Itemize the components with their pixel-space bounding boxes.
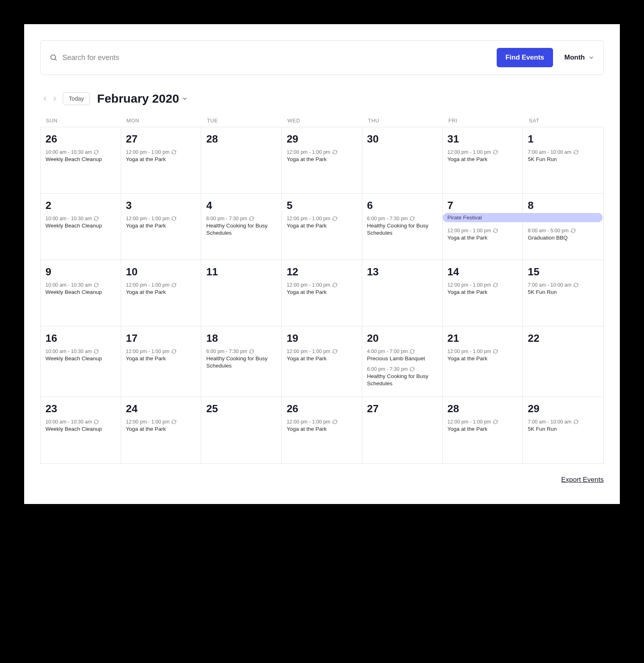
event-time: 12:00 pm - 1:00 pm <box>126 216 196 221</box>
event-title: Yoga at the Park <box>448 425 518 433</box>
day-cell[interactable]: 1012:00 pm - 1:00 pmYoga at the Park <box>121 260 202 326</box>
view-selector[interactable]: Month <box>564 54 594 62</box>
event[interactable]: 12:00 pm - 1:00 pmYoga at the Park <box>287 216 357 229</box>
recurring-icon <box>94 349 99 354</box>
chevron-left-icon <box>41 95 49 102</box>
event[interactable]: 6:00 pm - 7:30 pmHealthy Cooking for Bus… <box>206 216 277 237</box>
day-number: 30 <box>367 133 438 145</box>
event[interactable]: 12:00 pm - 1:00 pmYoga at the Park <box>287 282 357 296</box>
day-cell[interactable]: 13 <box>362 260 443 326</box>
day-cell[interactable]: 512:00 pm - 1:00 pmYoga at the Park <box>282 194 362 260</box>
day-cell[interactable]: 1712:00 pm - 1:00 pmYoga at the Park <box>121 326 202 397</box>
event-time: 10:00 am - 10:30 am <box>45 419 116 425</box>
event[interactable]: 12:00 pm - 1:00 pmYoga at the Park <box>448 228 518 242</box>
day-cell[interactable]: 2610:00 am - 10:30 amWeekly Beach Cleanu… <box>41 127 121 194</box>
event-title: Yoga at the Park <box>126 289 196 296</box>
event[interactable]: 10:00 am - 10:30 amWeekly Beach Cleanup <box>45 282 116 296</box>
today-button[interactable]: Today <box>63 92 90 105</box>
recurring-icon <box>574 283 578 287</box>
event[interactable]: 6:00 pm - 7:30 pmHealthy Cooking for Bus… <box>367 216 438 237</box>
day-cell[interactable]: 2310:00 am - 10:30 amWeekly Beach Cleanu… <box>41 397 121 463</box>
recurring-icon <box>574 419 578 424</box>
event-time: 12:00 pm - 1:00 pm <box>287 282 357 288</box>
day-cell[interactable]: 11 <box>201 260 282 326</box>
event-time: 6:00 pm - 7:30 pm <box>367 366 438 372</box>
event-time: 12:00 pm - 1:00 pm <box>126 282 196 288</box>
day-cell[interactable]: 2712:00 pm - 1:00 pmYoga at the Park <box>121 127 202 194</box>
day-header: THU <box>362 118 443 124</box>
day-cell[interactable]: 910:00 am - 10:30 amWeekly Beach Cleanup <box>41 260 121 326</box>
recurring-icon <box>574 150 578 155</box>
day-cell[interactable]: 30 <box>362 127 443 194</box>
day-cell[interactable]: 7Pirate Festival12:00 pm - 1:00 pmYoga a… <box>443 194 523 260</box>
day-cell[interactable]: 22 <box>523 326 603 397</box>
event[interactable]: 7:00 am - 10:00 am5K Fun Run <box>528 149 599 163</box>
event-title: Healthy Cooking for Busy Schedules <box>206 355 277 370</box>
day-cell[interactable]: 204:00 pm - 7:00 pmPrecious Lamb Banquet… <box>362 326 443 397</box>
day-cell[interactable]: 1912:00 pm - 1:00 pmYoga at the Park <box>282 326 362 397</box>
search-input[interactable] <box>62 54 490 62</box>
event[interactable]: 12:00 pm - 1:00 pmYoga at the Park <box>126 216 196 229</box>
recurring-icon <box>332 349 337 354</box>
event[interactable]: 12:00 pm - 1:00 pmYoga at the Park <box>126 349 196 362</box>
recurring-icon <box>94 150 99 155</box>
day-cell[interactable]: 210:00 am - 10:30 amWeekly Beach Cleanup <box>41 194 121 260</box>
day-cell[interactable]: 27 <box>362 397 443 463</box>
day-number: 31 <box>448 133 518 145</box>
day-cell[interactable]: 157:00 am - 10:00 am5K Fun Run <box>523 260 603 326</box>
day-cell[interactable]: 1412:00 pm - 1:00 pmYoga at the Park <box>443 260 523 326</box>
day-cell[interactable]: 2812:00 pm - 1:00 pmYoga at the Park <box>443 397 523 463</box>
event[interactable]: 10:00 am - 10:30 amWeekly Beach Cleanup <box>45 419 116 433</box>
day-headers: SUNMONTUEWEDTHUFRISAT <box>40 118 604 124</box>
day-cell[interactable]: 297:00 am - 10:00 am5K Fun Run <box>523 397 603 463</box>
day-cell[interactable]: 2412:00 pm - 1:00 pmYoga at the Park <box>121 397 202 463</box>
day-cell[interactable]: 88:00 am - 5:00 pmGraduation BBQ <box>523 194 603 260</box>
day-cell[interactable]: 66:00 pm - 7:30 pmHealthy Cooking for Bu… <box>362 194 443 260</box>
day-number: 2 <box>45 199 116 212</box>
day-cell[interactable]: 46:00 pm - 7:30 pmHealthy Cooking for Bu… <box>201 194 282 260</box>
event[interactable]: 12:00 pm - 1:00 pmYoga at the Park <box>126 282 196 296</box>
event[interactable]: 12:00 pm - 1:00 pmYoga at the Park <box>448 419 518 433</box>
event[interactable]: 6:00 pm - 7:30 pmHealthy Cooking for Bus… <box>367 366 438 387</box>
event-time: 7:00 am - 10:00 am <box>528 419 599 425</box>
event[interactable]: 12:00 pm - 1:00 pmYoga at the Park <box>126 149 196 163</box>
find-events-button[interactable]: Find Events <box>497 48 553 67</box>
day-number: 29 <box>528 403 599 415</box>
day-cell[interactable]: 186:00 pm - 7:30 pmHealthy Cooking for B… <box>201 326 282 397</box>
event[interactable]: 12:00 pm - 1:00 pmYoga at the Park <box>448 149 518 163</box>
month-picker[interactable]: February 2020 <box>97 92 188 105</box>
day-cell[interactable]: 1212:00 pm - 1:00 pmYoga at the Park <box>282 260 362 326</box>
event[interactable]: 7:00 am - 10:00 am5K Fun Run <box>528 282 599 296</box>
prev-month-button[interactable] <box>40 94 50 103</box>
recurring-icon <box>94 216 99 221</box>
day-cell[interactable]: 312:00 pm - 1:00 pmYoga at the Park <box>121 194 202 260</box>
search-icon <box>50 54 58 62</box>
day-cell[interactable]: 2612:00 pm - 1:00 pmYoga at the Park <box>282 397 362 463</box>
day-number: 23 <box>45 403 116 415</box>
day-cell[interactable]: 1610:00 am - 10:30 amWeekly Beach Cleanu… <box>41 326 121 397</box>
event[interactable]: 8:00 am - 5:00 pmGraduation BBQ <box>528 228 599 242</box>
event[interactable]: 10:00 am - 10:30 amWeekly Beach Cleanup <box>45 216 116 229</box>
event[interactable]: 7:00 am - 10:00 am5K Fun Run <box>528 419 599 433</box>
event[interactable]: 12:00 pm - 1:00 pmYoga at the Park <box>287 149 357 163</box>
event[interactable]: 12:00 pm - 1:00 pmYoga at the Park <box>287 349 357 362</box>
day-cell[interactable]: 28 <box>201 127 282 194</box>
day-cell[interactable]: 25 <box>201 397 282 463</box>
multiday-event[interactable]: Pirate Festival <box>443 213 603 222</box>
day-cell[interactable]: 2112:00 pm - 1:00 pmYoga at the Park <box>443 326 523 397</box>
event[interactable]: 10:00 am - 10:30 amWeekly Beach Cleanup <box>45 149 116 163</box>
event[interactable]: 10:00 am - 10:30 amWeekly Beach Cleanup <box>45 349 116 362</box>
event-time: 10:00 am - 10:30 am <box>45 216 116 221</box>
next-month-button[interactable] <box>50 94 60 103</box>
event[interactable]: 6:00 pm - 7:30 pmHealthy Cooking for Bus… <box>206 349 277 370</box>
day-cell[interactable]: 3112:00 pm - 1:00 pmYoga at the Park <box>443 127 523 194</box>
day-cell[interactable]: 17:00 am - 10:00 am5K Fun Run <box>523 127 603 194</box>
event[interactable]: 4:00 pm - 7:00 pmPrecious Lamb Banquet <box>367 349 438 362</box>
event[interactable]: 12:00 pm - 1:00 pmYoga at the Park <box>448 349 518 362</box>
day-cell[interactable]: 2912:00 pm - 1:00 pmYoga at the Park <box>282 127 362 194</box>
recurring-icon <box>94 283 99 287</box>
export-events-link[interactable]: Export Events <box>561 476 604 483</box>
event[interactable]: 12:00 pm - 1:00 pmYoga at the Park <box>126 419 196 433</box>
event[interactable]: 12:00 pm - 1:00 pmYoga at the Park <box>287 419 357 433</box>
event[interactable]: 12:00 pm - 1:00 pmYoga at the Park <box>448 282 518 296</box>
